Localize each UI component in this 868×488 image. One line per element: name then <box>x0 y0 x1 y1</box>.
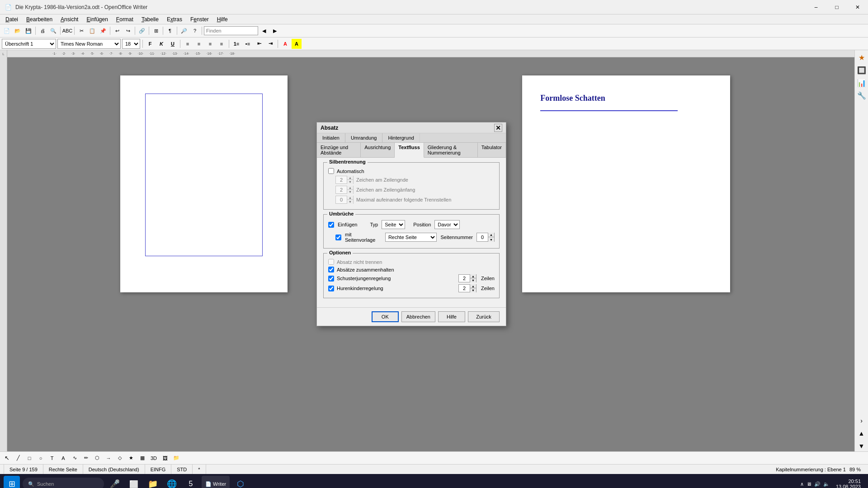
draw-bezier[interactable]: ∿ <box>70 453 80 463</box>
menu-fenster[interactable]: Fenster <box>187 15 212 23</box>
numbering-btn[interactable]: 1≡ <box>231 39 241 49</box>
maximize-button[interactable]: □ <box>826 0 847 14</box>
trennstellen-input[interactable] <box>336 196 347 203</box>
zeichen-zeilenende-input[interactable] <box>336 176 347 183</box>
spin-down-1[interactable]: ▼ <box>347 180 353 184</box>
tab-hintergrund[interactable]: Hintergrund <box>382 133 420 142</box>
ok-button[interactable]: OK <box>372 311 399 322</box>
dialog-close-btn[interactable]: ✕ <box>494 124 502 132</box>
zeichen-zeilenende-spinner[interactable]: ▲ ▼ <box>335 176 354 184</box>
redo-btn[interactable]: ↪ <box>123 26 133 36</box>
paste-btn[interactable]: 📌 <box>98 26 108 36</box>
hurenkinder-down[interactable]: ▼ <box>470 288 476 292</box>
cut-btn[interactable]: ✂ <box>76 26 86 36</box>
spell-btn[interactable]: ABC <box>62 26 72 36</box>
sidebar-btn-4[interactable]: 🔧 <box>856 90 867 101</box>
draw-arrow[interactable]: → <box>104 453 113 463</box>
spin-down-2[interactable]: ▼ <box>347 190 353 194</box>
indent-less-btn[interactable]: ⇤ <box>254 39 264 49</box>
list-btn[interactable]: •≡ <box>243 39 253 49</box>
hyperlink-btn[interactable]: 🔗 <box>137 26 147 36</box>
taskbar-btn-files[interactable]: 📁 <box>145 476 161 488</box>
seitennummer-down[interactable]: ▼ <box>488 237 494 242</box>
sidebar-btn-1[interactable]: ★ <box>856 52 867 63</box>
align-left-btn[interactable]: ≡ <box>183 39 193 49</box>
draw-rect[interactable]: □ <box>24 453 34 463</box>
menu-einfuegen[interactable]: Einfügen <box>83 15 111 23</box>
page-left[interactable] <box>120 75 288 292</box>
spin-up-1[interactable]: ▲ <box>347 176 353 180</box>
search-back-btn[interactable]: ◀ <box>259 26 269 36</box>
sidebar-scroll-down[interactable]: ▼ <box>856 441 867 451</box>
absatz-nicht-trennen-checkbox[interactable] <box>328 259 334 265</box>
start-button[interactable]: ⊞ <box>4 476 20 488</box>
italic-btn[interactable]: K <box>156 39 166 49</box>
open-btn[interactable]: 📂 <box>13 26 23 36</box>
hilfe-button[interactable]: Hilfe <box>438 311 465 322</box>
seitennummer-up[interactable]: ▲ <box>488 233 494 237</box>
print-btn[interactable]: 🖨 <box>38 26 47 36</box>
indent-more-btn[interactable]: ⇥ <box>265 39 275 49</box>
menu-datei[interactable]: Datei <box>2 15 22 23</box>
menu-hilfe[interactable]: Hilfe <box>213 15 231 23</box>
align-right-btn[interactable]: ≡ <box>205 39 215 49</box>
taskbar-btn-doc[interactable]: 📄 Writer <box>202 476 230 488</box>
tray-network[interactable]: 🖥 <box>807 481 811 487</box>
taskbar-btn-app2[interactable]: ⬡ <box>232 476 249 488</box>
tab-gliederung[interactable]: Gliederung & Nummerierung <box>424 143 478 157</box>
search-input[interactable] <box>204 26 258 35</box>
underline-btn[interactable]: U <box>168 39 178 49</box>
draw-image[interactable]: 🖼 <box>160 453 170 463</box>
tab-tabulator[interactable]: Tabulator <box>478 143 506 157</box>
taskbar-btn-cortana[interactable]: 🎤 <box>107 476 123 488</box>
spin-up-2[interactable]: ▲ <box>347 186 353 190</box>
undo-btn[interactable]: ↩ <box>112 26 122 36</box>
menu-ansicht[interactable]: Ansicht <box>57 15 82 23</box>
size-select[interactable]: 18 <box>122 39 140 49</box>
draw-star[interactable]: ★ <box>126 453 136 463</box>
draw-shadow[interactable]: ▦ <box>137 453 147 463</box>
draw-ellipse[interactable]: ○ <box>36 453 46 463</box>
align-center-btn[interactable]: ≡ <box>194 39 204 49</box>
taskbar-btn-5[interactable]: 5 <box>183 476 199 488</box>
tab-initialen[interactable]: Initialen <box>317 133 345 142</box>
tab-ausrichtung[interactable]: Ausrichtung <box>361 143 395 157</box>
taskbar-btn-browser[interactable]: 🌐 <box>164 476 180 488</box>
tab-einzuege[interactable]: Einzüge und Abstände <box>317 143 361 157</box>
draw-polygon[interactable]: ⬡ <box>92 453 102 463</box>
absatz-dialog[interactable]: Absatz ✕ Initialen Umrandung Hintergrund… <box>316 122 506 326</box>
tray-speaker[interactable]: 🔈 <box>823 481 830 487</box>
style-select[interactable]: Überschrift 1 <box>2 39 56 49</box>
preview-btn[interactable]: 🔍 <box>48 26 58 36</box>
draw-gallery[interactable]: 📁 <box>171 453 181 463</box>
hurenkinderregelung-input[interactable] <box>459 285 470 292</box>
sidebar-btn-3[interactable]: 📊 <box>856 77 867 88</box>
taskbar-btn-taskview[interactable]: ⬜ <box>126 476 142 488</box>
automatisch-checkbox[interactable] <box>328 168 334 174</box>
schusterjungenregelung-input[interactable] <box>459 275 470 282</box>
tab-umrandung[interactable]: Umrandung <box>345 133 382 142</box>
font-select[interactable]: Times New Roman <box>57 39 121 49</box>
typ-select[interactable]: Seite <box>382 220 405 229</box>
position-select[interactable]: Davor <box>434 220 460 229</box>
help-btn[interactable]: ? <box>190 26 200 36</box>
show-marks-btn[interactable]: ¶ <box>165 26 175 36</box>
abbrechen-button[interactable]: Abbrechen <box>401 311 435 322</box>
taskbar-clock[interactable]: 20:51 13.08.2023 <box>836 479 864 488</box>
menu-tabelle[interactable]: Tabelle <box>138 15 162 23</box>
draw-callout[interactable]: A <box>58 453 68 463</box>
tray-sound[interactable]: 🔊 <box>814 481 821 487</box>
schusterjungenregelung-checkbox[interactable] <box>328 276 334 282</box>
table-btn[interactable]: ⊞ <box>151 26 161 36</box>
new-btn[interactable]: 📄 <box>2 26 12 36</box>
spin-down-3[interactable]: ▼ <box>347 200 353 204</box>
hurenkinderregelung-checkbox[interactable] <box>328 286 334 291</box>
draw-flowchart[interactable]: ◇ <box>115 453 125 463</box>
menu-extras[interactable]: Extras <box>163 15 186 23</box>
menu-bearbeiten[interactable]: Bearbeiten <box>23 15 56 23</box>
seitenvorlage-select[interactable]: Rechte Seite <box>385 233 437 242</box>
seitennummer-input[interactable] <box>477 233 488 241</box>
trennstellen-spinner[interactable]: ▲ ▼ <box>335 196 354 204</box>
hurenkinder-up[interactable]: ▲ <box>470 284 476 288</box>
sidebar-btn-arrow[interactable]: › <box>856 415 867 426</box>
